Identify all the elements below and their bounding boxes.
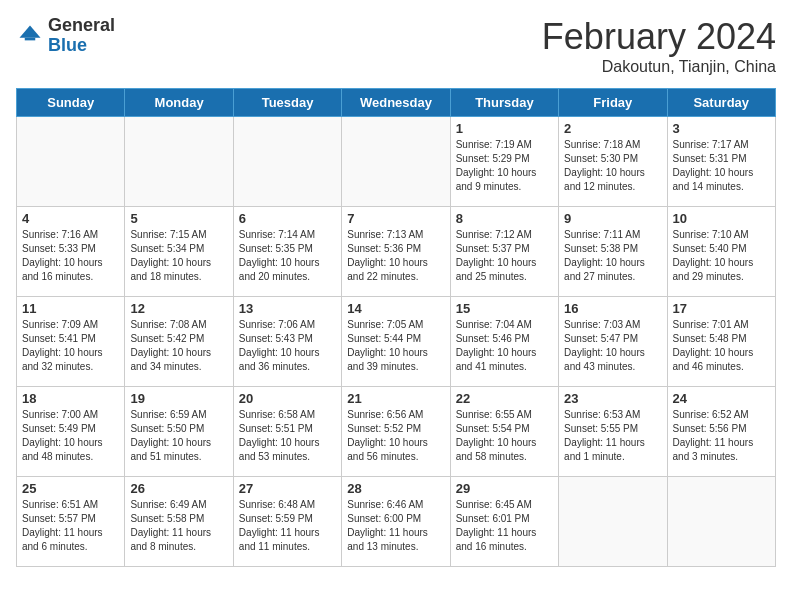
day-number: 23: [564, 391, 661, 406]
calendar-cell: [125, 117, 233, 207]
day-info: Sunrise: 7:00 AMSunset: 5:49 PMDaylight:…: [22, 408, 119, 464]
logo-general-text: General: [48, 15, 115, 35]
day-number: 27: [239, 481, 336, 496]
calendar-cell: 24Sunrise: 6:52 AMSunset: 5:56 PMDayligh…: [667, 387, 775, 477]
day-number: 6: [239, 211, 336, 226]
calendar-cell: 5Sunrise: 7:15 AMSunset: 5:34 PMDaylight…: [125, 207, 233, 297]
calendar-cell: 9Sunrise: 7:11 AMSunset: 5:38 PMDaylight…: [559, 207, 667, 297]
day-info: Sunrise: 7:04 AMSunset: 5:46 PMDaylight:…: [456, 318, 553, 374]
calendar-cell: 12Sunrise: 7:08 AMSunset: 5:42 PMDayligh…: [125, 297, 233, 387]
day-number: 19: [130, 391, 227, 406]
day-info: Sunrise: 6:46 AMSunset: 6:00 PMDaylight:…: [347, 498, 444, 554]
calendar-cell: [17, 117, 125, 207]
calendar-cell: 25Sunrise: 6:51 AMSunset: 5:57 PMDayligh…: [17, 477, 125, 567]
day-number: 18: [22, 391, 119, 406]
day-number: 15: [456, 301, 553, 316]
day-info: Sunrise: 7:09 AMSunset: 5:41 PMDaylight:…: [22, 318, 119, 374]
logo-blue-text: Blue: [48, 35, 87, 55]
day-number: 28: [347, 481, 444, 496]
calendar-cell: 13Sunrise: 7:06 AMSunset: 5:43 PMDayligh…: [233, 297, 341, 387]
calendar-cell: 8Sunrise: 7:12 AMSunset: 5:37 PMDaylight…: [450, 207, 558, 297]
day-info: Sunrise: 7:12 AMSunset: 5:37 PMDaylight:…: [456, 228, 553, 284]
day-number: 8: [456, 211, 553, 226]
calendar-cell: 7Sunrise: 7:13 AMSunset: 5:36 PMDaylight…: [342, 207, 450, 297]
calendar-subtitle: Dakoutun, Tianjin, China: [542, 58, 776, 76]
weekday-header-friday: Friday: [559, 89, 667, 117]
calendar-cell: 22Sunrise: 6:55 AMSunset: 5:54 PMDayligh…: [450, 387, 558, 477]
calendar-cell: [233, 117, 341, 207]
logo-icon: [16, 22, 44, 50]
day-number: 29: [456, 481, 553, 496]
day-info: Sunrise: 7:06 AMSunset: 5:43 PMDaylight:…: [239, 318, 336, 374]
calendar-cell: 6Sunrise: 7:14 AMSunset: 5:35 PMDaylight…: [233, 207, 341, 297]
day-number: 7: [347, 211, 444, 226]
day-info: Sunrise: 6:56 AMSunset: 5:52 PMDaylight:…: [347, 408, 444, 464]
day-number: 3: [673, 121, 770, 136]
svg-rect-1: [25, 38, 36, 41]
day-number: 14: [347, 301, 444, 316]
day-number: 25: [22, 481, 119, 496]
calendar-cell: 1Sunrise: 7:19 AMSunset: 5:29 PMDaylight…: [450, 117, 558, 207]
day-info: Sunrise: 7:08 AMSunset: 5:42 PMDaylight:…: [130, 318, 227, 374]
calendar-cell: 14Sunrise: 7:05 AMSunset: 5:44 PMDayligh…: [342, 297, 450, 387]
day-info: Sunrise: 7:11 AMSunset: 5:38 PMDaylight:…: [564, 228, 661, 284]
day-info: Sunrise: 6:45 AMSunset: 6:01 PMDaylight:…: [456, 498, 553, 554]
weekday-header-monday: Monday: [125, 89, 233, 117]
calendar-cell: 28Sunrise: 6:46 AMSunset: 6:00 PMDayligh…: [342, 477, 450, 567]
svg-marker-0: [20, 25, 41, 37]
day-number: 10: [673, 211, 770, 226]
weekday-header-tuesday: Tuesday: [233, 89, 341, 117]
day-info: Sunrise: 7:05 AMSunset: 5:44 PMDaylight:…: [347, 318, 444, 374]
day-number: 9: [564, 211, 661, 226]
day-info: Sunrise: 7:14 AMSunset: 5:35 PMDaylight:…: [239, 228, 336, 284]
calendar-cell: 20Sunrise: 6:58 AMSunset: 5:51 PMDayligh…: [233, 387, 341, 477]
calendar-cell: [559, 477, 667, 567]
day-number: 12: [130, 301, 227, 316]
calendar-cell: 23Sunrise: 6:53 AMSunset: 5:55 PMDayligh…: [559, 387, 667, 477]
calendar-cell: 29Sunrise: 6:45 AMSunset: 6:01 PMDayligh…: [450, 477, 558, 567]
day-info: Sunrise: 6:48 AMSunset: 5:59 PMDaylight:…: [239, 498, 336, 554]
day-number: 22: [456, 391, 553, 406]
calendar-cell: 21Sunrise: 6:56 AMSunset: 5:52 PMDayligh…: [342, 387, 450, 477]
day-number: 11: [22, 301, 119, 316]
day-info: Sunrise: 7:18 AMSunset: 5:30 PMDaylight:…: [564, 138, 661, 194]
calendar-cell: 15Sunrise: 7:04 AMSunset: 5:46 PMDayligh…: [450, 297, 558, 387]
calendar-cell: [342, 117, 450, 207]
day-info: Sunrise: 7:03 AMSunset: 5:47 PMDaylight:…: [564, 318, 661, 374]
day-info: Sunrise: 6:55 AMSunset: 5:54 PMDaylight:…: [456, 408, 553, 464]
day-number: 13: [239, 301, 336, 316]
calendar-cell: 26Sunrise: 6:49 AMSunset: 5:58 PMDayligh…: [125, 477, 233, 567]
title-block: February 2024 Dakoutun, Tianjin, China: [542, 16, 776, 76]
calendar-table: SundayMondayTuesdayWednesdayThursdayFrid…: [16, 88, 776, 567]
day-info: Sunrise: 6:49 AMSunset: 5:58 PMDaylight:…: [130, 498, 227, 554]
day-number: 16: [564, 301, 661, 316]
day-info: Sunrise: 6:58 AMSunset: 5:51 PMDaylight:…: [239, 408, 336, 464]
day-number: 4: [22, 211, 119, 226]
calendar-cell: 16Sunrise: 7:03 AMSunset: 5:47 PMDayligh…: [559, 297, 667, 387]
day-number: 20: [239, 391, 336, 406]
day-info: Sunrise: 7:15 AMSunset: 5:34 PMDaylight:…: [130, 228, 227, 284]
day-info: Sunrise: 7:10 AMSunset: 5:40 PMDaylight:…: [673, 228, 770, 284]
calendar-title: February 2024: [542, 16, 776, 58]
page-header: General Blue February 2024 Dakoutun, Tia…: [16, 16, 776, 76]
calendar-cell: 19Sunrise: 6:59 AMSunset: 5:50 PMDayligh…: [125, 387, 233, 477]
day-number: 21: [347, 391, 444, 406]
day-info: Sunrise: 7:01 AMSunset: 5:48 PMDaylight:…: [673, 318, 770, 374]
calendar-cell: [667, 477, 775, 567]
calendar-cell: 27Sunrise: 6:48 AMSunset: 5:59 PMDayligh…: [233, 477, 341, 567]
calendar-cell: 10Sunrise: 7:10 AMSunset: 5:40 PMDayligh…: [667, 207, 775, 297]
logo: General Blue: [16, 16, 115, 56]
day-info: Sunrise: 6:51 AMSunset: 5:57 PMDaylight:…: [22, 498, 119, 554]
weekday-header-sunday: Sunday: [17, 89, 125, 117]
weekday-header-wednesday: Wednesday: [342, 89, 450, 117]
calendar-cell: 4Sunrise: 7:16 AMSunset: 5:33 PMDaylight…: [17, 207, 125, 297]
day-info: Sunrise: 7:19 AMSunset: 5:29 PMDaylight:…: [456, 138, 553, 194]
day-info: Sunrise: 7:16 AMSunset: 5:33 PMDaylight:…: [22, 228, 119, 284]
day-number: 5: [130, 211, 227, 226]
day-number: 17: [673, 301, 770, 316]
day-number: 24: [673, 391, 770, 406]
calendar-cell: 3Sunrise: 7:17 AMSunset: 5:31 PMDaylight…: [667, 117, 775, 207]
calendar-cell: 18Sunrise: 7:00 AMSunset: 5:49 PMDayligh…: [17, 387, 125, 477]
weekday-header-saturday: Saturday: [667, 89, 775, 117]
day-info: Sunrise: 6:59 AMSunset: 5:50 PMDaylight:…: [130, 408, 227, 464]
